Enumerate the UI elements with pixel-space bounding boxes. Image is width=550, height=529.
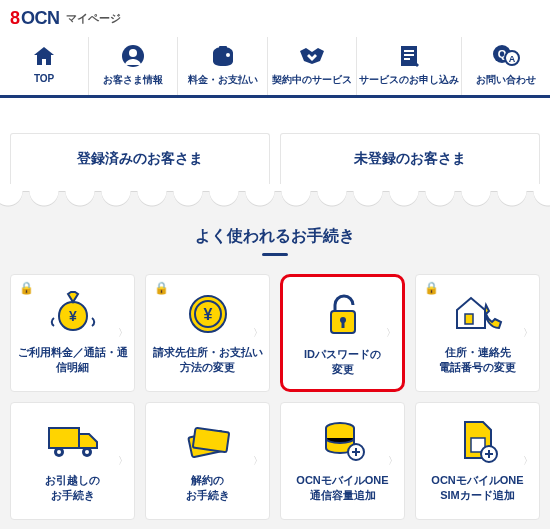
nav-item-form[interactable]: サービスのお申し込み — [356, 37, 461, 95]
logo-brand: OCN — [21, 8, 60, 29]
title-underline — [262, 253, 288, 256]
chevron-right-icon: 〉 — [388, 454, 398, 468]
card-label: 請求先住所・お支払い 方法の変更 — [153, 345, 263, 376]
svg-text:¥: ¥ — [69, 308, 77, 324]
nav-label: 料金・お支払い — [180, 73, 264, 87]
chevron-right-icon: 〉 — [386, 326, 396, 340]
tickets-icon — [178, 417, 238, 465]
nav-label: お問い合わせ — [464, 73, 548, 87]
svg-rect-20 — [49, 428, 79, 448]
card-padlock[interactable]: 〉IDパスワードの 変更 — [280, 274, 405, 392]
yen-coin-icon: ¥ — [178, 289, 238, 337]
header: 8 OCN マイページ — [0, 0, 550, 37]
card-label: OCNモバイルONE SIMカード追加 — [431, 473, 523, 504]
moneybag-icon: ¥ — [43, 289, 103, 337]
card-sim-plus[interactable]: 〉OCNモバイルONE SIMカード追加 — [415, 402, 540, 520]
logo-mark-icon: 8 — [10, 8, 19, 29]
house-phone-icon — [448, 289, 508, 337]
svg-rect-19 — [465, 314, 473, 324]
card-label: OCNモバイルONE 通信容量追加 — [296, 473, 388, 504]
top-nav: TOPお客さま情報料金・お支払い契約中のサービスサービスのお申し込みQAお問い合… — [0, 37, 550, 98]
card-label: ご利用料金／通話・通 信明細 — [18, 345, 128, 376]
svg-rect-5 — [404, 50, 414, 52]
home-icon — [2, 43, 86, 69]
nav-item-wallet[interactable]: 料金・お支払い — [177, 37, 266, 95]
svg-text:A: A — [509, 54, 516, 64]
svg-rect-6 — [404, 54, 414, 56]
lock-icon: 🔒 — [19, 281, 34, 295]
svg-point-24 — [85, 450, 89, 454]
truck-icon — [43, 417, 103, 465]
card-tickets[interactable]: 〉解約の お手続き — [145, 402, 270, 520]
card-label: 解約の お手続き — [186, 473, 230, 504]
nav-item-home[interactable]: TOP — [0, 37, 88, 95]
card-house-phone[interactable]: 🔒〉住所・連絡先 電話番号の変更 — [415, 274, 540, 392]
chevron-right-icon: 〉 — [253, 326, 263, 340]
user-icon — [91, 43, 175, 69]
chevron-right-icon: 〉 — [118, 326, 128, 340]
wallet-icon — [180, 43, 264, 69]
padlock-icon — [313, 291, 373, 339]
procedure-cards: 🔒〉¥ご利用料金／通話・通 信明細🔒〉¥請求先住所・お支払い 方法の変更〉IDパ… — [10, 274, 540, 529]
logo[interactable]: 8 OCN マイページ — [10, 8, 121, 29]
chevron-right-icon: 〉 — [253, 454, 263, 468]
card-yen-coin[interactable]: 🔒〉¥請求先住所・お支払い 方法の変更 — [145, 274, 270, 392]
wave-divider — [0, 184, 550, 214]
procedures-section: よく使われるお手続き 🔒〉¥ご利用料金／通話・通 信明細🔒〉¥請求先住所・お支払… — [0, 214, 550, 529]
lock-icon: 🔒 — [154, 281, 169, 295]
card-db-plus[interactable]: 〉OCNモバイルONE 通信容量追加 — [280, 402, 405, 520]
chevron-right-icon: 〉 — [118, 454, 128, 468]
page-title: マイページ — [66, 11, 121, 26]
sim-plus-icon — [448, 417, 508, 465]
card-label: 住所・連絡先 電話番号の変更 — [439, 345, 516, 376]
nav-label: TOP — [2, 73, 86, 84]
chevron-right-icon: 〉 — [523, 326, 533, 340]
handshake-icon — [270, 43, 354, 69]
svg-rect-7 — [404, 58, 410, 60]
form-icon — [359, 43, 459, 69]
lock-icon: 🔒 — [424, 281, 439, 295]
nav-item-user[interactable]: お客さま情報 — [88, 37, 177, 95]
card-truck[interactable]: 〉お引越しの お手続き — [10, 402, 135, 520]
svg-text:¥: ¥ — [203, 306, 212, 323]
section-title: よく使われるお手続き — [10, 226, 540, 247]
nav-item-handshake[interactable]: 契約中のサービス — [267, 37, 356, 95]
nav-label: お客さま情報 — [91, 73, 175, 87]
nav-label: サービスのお申し込み — [359, 73, 459, 87]
qa-icon: QA — [464, 43, 548, 69]
svg-rect-26 — [192, 428, 228, 453]
svg-point-2 — [226, 53, 230, 57]
chevron-right-icon: 〉 — [523, 454, 533, 468]
card-label: お引越しの お手続き — [45, 473, 100, 504]
svg-rect-3 — [219, 46, 227, 49]
db-plus-icon — [313, 417, 373, 465]
nav-item-qa[interactable]: QAお問い合わせ — [461, 37, 550, 95]
svg-point-1 — [129, 49, 137, 57]
nav-label: 契約中のサービス — [270, 73, 354, 87]
svg-rect-18 — [341, 321, 344, 328]
card-moneybag[interactable]: 🔒〉¥ご利用料金／通話・通 信明細 — [10, 274, 135, 392]
svg-point-22 — [57, 450, 61, 454]
card-label: IDパスワードの 変更 — [304, 347, 381, 378]
